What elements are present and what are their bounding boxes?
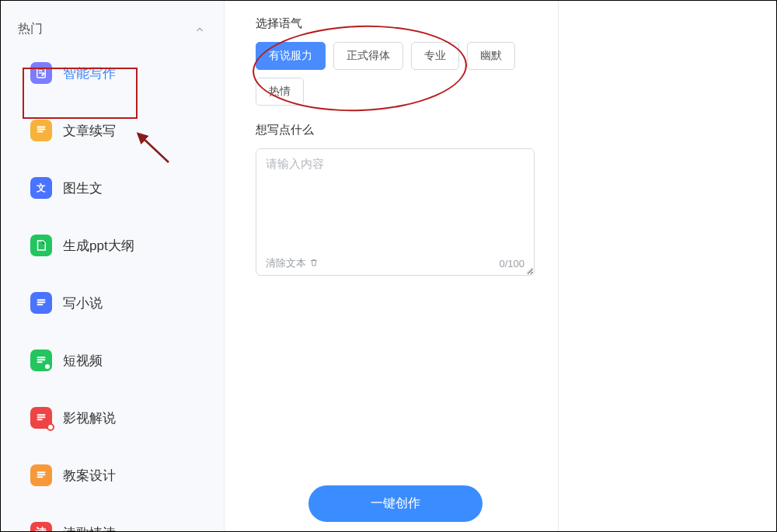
sidebar-item-short-video[interactable]: 短视频 [23, 343, 218, 377]
form-panel: 选择语气 有说服力 正式得体 专业 幽默 热情 想写点什么 清除文本 [225, 1, 559, 531]
trash-icon [309, 258, 319, 269]
generate-button[interactable]: 一键创作 [308, 485, 483, 522]
sidebar-item-label: 文章续写 [63, 122, 116, 140]
tone-chip-formal[interactable]: 正式得体 [333, 42, 403, 70]
textarea-footer: 清除文本 0/100 [256, 253, 534, 275]
tone-label: 选择语气 [256, 16, 535, 31]
chevron-up-icon [194, 24, 205, 35]
tone-chip-humor[interactable]: 幽默 [467, 42, 515, 70]
char-counter: 0/100 [499, 258, 524, 269]
doc-lines-icon [30, 120, 52, 141]
sidebar-item-continue-writing[interactable]: 文章续写 [23, 113, 218, 148]
tone-chip-passion[interactable]: 热情 [256, 78, 304, 106]
sidebar-item-smart-writing[interactable]: 智能写作 [23, 56, 218, 90]
sidebar-item-movie-commentary[interactable]: 影视解说 [23, 401, 218, 435]
clear-text-label: 清除文本 [266, 256, 306, 270]
content-textarea-wrap: 清除文本 0/100 [256, 148, 535, 276]
main: 选择语气 有说服力 正式得体 专业 幽默 热情 想写点什么 清除文本 [225, 1, 776, 531]
sidebar-item-ppt-outline[interactable]: 生成ppt大纲 [23, 228, 218, 263]
translate-icon: 文 [30, 177, 52, 199]
doc-dot-icon [30, 349, 52, 371]
doc-lines-icon [30, 464, 52, 486]
tone-chip-professional[interactable]: 专业 [411, 42, 459, 70]
sidebar-item-label: 短视频 [63, 352, 103, 370]
sidebar-list: 智能写作 文章续写 文 图生文 生成ppt大纲 [1, 45, 224, 532]
sidebar-item-label: 诗歌情诗 [63, 524, 116, 533]
content-label: 想写点什么 [256, 123, 535, 137]
tone-chip-persuasive[interactable]: 有说服力 [256, 42, 326, 70]
sidebar-item-label: 写小说 [63, 294, 103, 312]
output-panel [559, 1, 776, 531]
sidebar-item-write-novel[interactable]: 写小说 [23, 286, 218, 320]
sidebar-item-label: 图生文 [63, 179, 103, 197]
doc-edit-icon [30, 62, 52, 84]
content-textarea[interactable] [256, 149, 534, 253]
sidebar-item-label: 智能写作 [63, 64, 116, 82]
sidebar: 热门 智能写作 文章续写 文 图生文 [1, 1, 225, 531]
sidebar-item-poetry[interactable]: 诗 诗歌情诗 [23, 516, 218, 532]
tone-chips: 有说服力 正式得体 专业 幽默 热情 [256, 42, 535, 106]
sidebar-item-label: 生成ppt大纲 [63, 237, 134, 255]
resize-handle-icon[interactable] [526, 267, 532, 273]
sidebar-item-label: 教案设计 [63, 467, 116, 485]
sidebar-section-label: 热门 [18, 21, 43, 37]
doc-fold-icon [30, 235, 52, 256]
sidebar-section-header[interactable]: 热门 [1, 9, 224, 45]
doc-lines-icon [30, 292, 52, 314]
poetry-icon: 诗 [30, 522, 52, 532]
sidebar-item-label: 影视解说 [63, 409, 116, 427]
doc-play-icon [30, 407, 52, 429]
sidebar-item-lesson-plan[interactable]: 教案设计 [23, 458, 218, 492]
sidebar-item-image-to-text[interactable]: 文 图生文 [23, 171, 218, 205]
clear-text-button[interactable]: 清除文本 [266, 256, 319, 270]
